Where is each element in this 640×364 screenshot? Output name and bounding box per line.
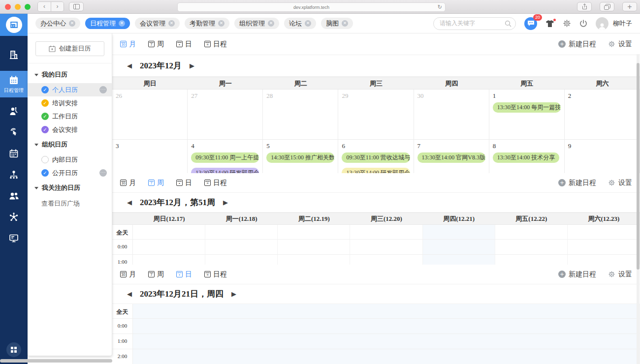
user-avatar[interactable] <box>596 17 608 30</box>
event-pill[interactable]: 09:30至11:00 营收达城与研发支... <box>342 152 410 163</box>
close-window-button[interactable] <box>5 4 11 10</box>
app-tab-论坛[interactable]: 论坛✕ <box>284 18 316 29</box>
more-options-icon[interactable]: ··· <box>99 169 107 177</box>
week-grid-cell[interactable] <box>568 255 640 265</box>
month-day-cell[interactable]: 409:30至11:00 周一上午提交中科...13:30至14:00 研发部周… <box>188 140 263 173</box>
rail-item-schedule-calendar-icon[interactable]: 日程管理 <box>0 71 28 97</box>
day-grid-cell[interactable] <box>133 334 640 349</box>
day-view-tab-周[interactable]: 7周 <box>148 270 164 279</box>
month-day-cell[interactable]: 713:30至14:00 官网V8.3版本测试 <box>414 140 489 173</box>
username[interactable]: 柳叶子 <box>613 19 632 28</box>
browser-back-button[interactable]: ‹ <box>38 2 51 11</box>
event-pill[interactable]: 13:30至14:00 每周一篇技术文章 <box>493 102 561 113</box>
day-view-tab-日程[interactable]: ≡日程 <box>204 270 227 279</box>
week-grid-cell[interactable] <box>350 255 422 265</box>
rail-item-org-structure-icon[interactable] <box>0 170 28 180</box>
week-grid-cell[interactable] <box>423 240 495 254</box>
prev-day-arrow[interactable]: ◀ <box>127 290 132 298</box>
month-day-cell[interactable]: 26 <box>112 90 188 139</box>
calendar-item-工作日历[interactable]: ✓工作日历 <box>28 110 112 123</box>
week-view-tab-日程[interactable]: ≡日程 <box>204 179 227 187</box>
reload-icon[interactable]: ↻ <box>438 4 442 10</box>
apps-grid-icon[interactable] <box>6 342 21 357</box>
month-day-cell[interactable]: 813:30至14:00 技术分享 <box>489 140 565 173</box>
close-tab-icon[interactable]: ✕ <box>305 20 311 27</box>
week-grid-cell[interactable] <box>205 225 278 239</box>
calendar-group-header[interactable]: 组织日历 <box>28 136 112 153</box>
week-grid-cell[interactable] <box>133 240 205 254</box>
day-grid-cell[interactable] <box>133 319 640 334</box>
calendar-item-培训安排[interactable]: ✓培训安排 <box>28 96 112 110</box>
day-grid-cell[interactable] <box>133 304 640 318</box>
rail-item-team-icon[interactable] <box>0 191 28 201</box>
event-pill[interactable]: 13:30至14:00 研发部周会 <box>191 168 259 173</box>
prev-month-arrow[interactable]: ◀ <box>127 62 132 69</box>
week-grid-cell[interactable] <box>278 255 350 265</box>
calendar-item-公开日历[interactable]: ✓公开日历··· <box>28 166 112 180</box>
week-grid-cell[interactable] <box>133 225 205 239</box>
month-view-tab-日程[interactable]: ≡日程 <box>204 40 227 49</box>
month-day-cell[interactable]: 30 <box>414 90 489 139</box>
app-tab-考勤管理[interactable]: 考勤管理✕ <box>185 18 229 29</box>
unchecked-circle-icon[interactable] <box>41 156 49 163</box>
rail-item-monitor-icon[interactable] <box>0 233 28 243</box>
prev-week-arrow[interactable]: ◀ <box>127 199 132 206</box>
close-tab-icon[interactable]: ✕ <box>218 20 224 27</box>
messages-button[interactable]: 20 <box>524 17 537 30</box>
next-week-arrow[interactable]: ▶ <box>223 199 228 206</box>
month-day-cell[interactable]: 27 <box>188 90 263 139</box>
week-new-event-button[interactable]: +新建日程 <box>558 179 596 187</box>
calendar-item-会议安排[interactable]: ✓会议安排 <box>28 123 112 136</box>
calendar-group-header[interactable]: 我的日历 <box>28 66 112 83</box>
month-day-cell[interactable]: 28 <box>263 90 338 139</box>
month-day-cell[interactable]: 113:30至14:00 每周一篇技术文章 <box>489 90 565 139</box>
app-tab-组织管理[interactable]: 组织管理✕ <box>234 18 279 29</box>
week-grid-cell[interactable] <box>423 225 495 239</box>
rail-item-meeting-speaker-icon[interactable] <box>0 106 28 116</box>
calendar-item-个人日历[interactable]: ✓个人日历··· <box>28 83 112 96</box>
week-grid-cell[interactable] <box>350 240 422 254</box>
week-grid-cell[interactable] <box>568 240 640 254</box>
week-view-tab-月[interactable]: 30月 <box>120 179 136 187</box>
month-new-event-button[interactable]: +新建日程 <box>558 40 596 49</box>
week-view-tab-周[interactable]: 7周 <box>148 179 164 187</box>
month-view-tab-日[interactable]: ▪日 <box>176 40 192 49</box>
week-grid-cell[interactable] <box>205 240 278 254</box>
checked-circle-icon[interactable]: ✓ <box>41 126 49 133</box>
next-day-arrow[interactable]: ▶ <box>231 290 236 298</box>
tab-overview-button[interactable] <box>600 2 614 11</box>
event-pill[interactable]: 09:30至11:00 周一上午提交中科... <box>191 152 259 163</box>
browser-forward-button[interactable]: › <box>51 2 64 11</box>
checked-circle-icon[interactable]: ✓ <box>41 113 49 120</box>
rail-item-office-building-icon[interactable] <box>0 50 28 60</box>
clothes-button[interactable] <box>545 20 554 28</box>
month-day-cell[interactable]: 514:30至15:00 推广相关数据分析 <box>263 140 338 173</box>
new-tab-button[interactable]: + <box>622 2 637 11</box>
close-tab-icon[interactable]: ✕ <box>168 20 175 27</box>
month-view-tab-周[interactable]: 7周 <box>148 40 164 49</box>
rail-item-touch-click-icon[interactable] <box>0 127 28 137</box>
week-grid-cell[interactable] <box>568 225 640 239</box>
day-view-tab-日[interactable]: ▪日 <box>176 270 192 279</box>
month-day-cell[interactable]: 609:30至11:00 营收达城与研发支...13:30至14:00 研发部周… <box>338 140 414 173</box>
week-grid-cell[interactable] <box>350 225 422 239</box>
week-grid-cell[interactable] <box>133 255 205 265</box>
calendar-item-内部日历[interactable]: 内部日历 <box>28 153 112 166</box>
close-tab-icon[interactable]: ✕ <box>119 20 125 27</box>
search-icon[interactable] <box>505 20 512 27</box>
calendar-group-header[interactable]: 我关注的日历 <box>28 180 112 196</box>
zoom-window-button[interactable] <box>25 4 31 10</box>
month-day-cell[interactable]: 9 <box>565 140 640 173</box>
week-grid-cell[interactable] <box>495 255 568 265</box>
address-bar[interactable]: dev.xplatform.tech ↻ <box>177 2 446 12</box>
event-pill[interactable]: 13:30至14:00 官网V8.3版本测试 <box>417 152 485 163</box>
day-view-tab-月[interactable]: 30月 <box>120 270 136 279</box>
logout-button[interactable] <box>579 20 587 28</box>
app-tab-脑图[interactable]: 脑图✕ <box>321 18 353 29</box>
app-tab-会议管理[interactable]: 会议管理✕ <box>135 18 180 29</box>
settings-button[interactable] <box>563 19 571 28</box>
day-grid-cell[interactable] <box>133 349 640 364</box>
checked-circle-icon[interactable]: ✓ <box>41 99 49 107</box>
close-tab-icon[interactable]: ✕ <box>268 20 274 27</box>
week-grid-cell[interactable] <box>278 240 350 254</box>
